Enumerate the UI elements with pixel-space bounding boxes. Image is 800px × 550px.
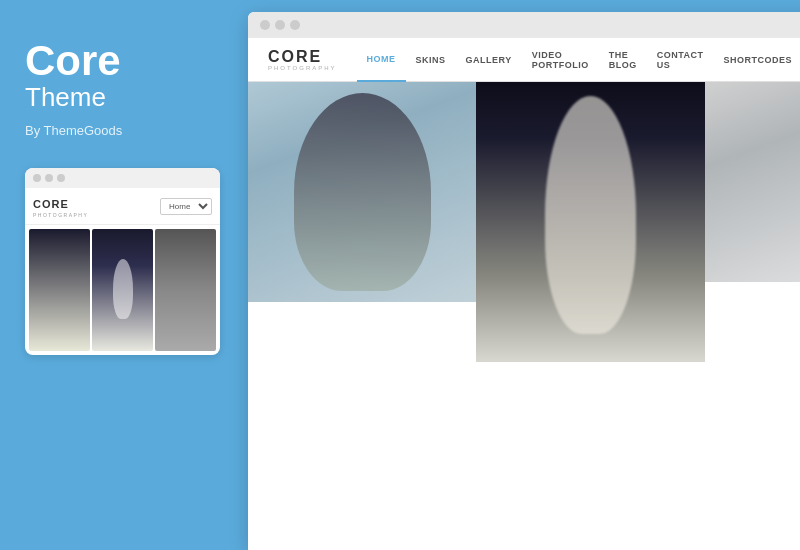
menu-item-blog[interactable]: THE BLOG <box>599 38 647 82</box>
mini-images <box>25 225 220 355</box>
browser-dot-2 <box>275 20 285 30</box>
theme-by: By ThemeGoods <box>25 123 122 138</box>
browser-titlebar <box>248 12 800 38</box>
mini-home-select[interactable]: Home <box>160 198 212 215</box>
gallery-img-center-main <box>476 82 704 362</box>
gallery-col-left <box>248 82 476 422</box>
mini-image-left <box>29 229 90 351</box>
browser-dot-1 <box>260 20 270 30</box>
mini-dot-2 <box>45 174 53 182</box>
left-panel: Core Theme By ThemeGoods CORE PHOTOGRAPH… <box>0 0 240 550</box>
theme-title-group: Core Theme By ThemeGoods <box>25 40 122 138</box>
gallery-fade-right <box>705 282 800 402</box>
gallery-fade-left <box>248 302 476 422</box>
gallery-col-right <box>705 82 800 402</box>
mini-nav-bar: CORE PHOTOGRAPHY Home <box>25 188 220 225</box>
gallery-fade-center <box>476 362 704 482</box>
mini-preview-card: CORE PHOTOGRAPHY Home <box>25 168 220 355</box>
gallery-area <box>248 82 800 550</box>
menu-item-skins[interactable]: SKINS <box>406 38 456 82</box>
mini-dot-3 <box>57 174 65 182</box>
browser-content <box>248 82 800 550</box>
gallery-img-right-top <box>705 82 800 282</box>
menu-item-contact[interactable]: CONTACT US <box>647 38 714 82</box>
menu-item-shortcodes[interactable]: SHORTCODES <box>714 38 800 82</box>
mini-image-right <box>155 229 216 351</box>
menu-item-home[interactable]: HOME <box>357 38 406 82</box>
browser-menu: HOME SKINS GALLERY VIDEO PORTFOLIO THE B… <box>357 38 800 82</box>
mini-logo: CORE PHOTOGRAPHY <box>33 194 88 218</box>
right-panel: CORE PHOTOGRAPHY HOME SKINS GALLERY VIDE… <box>240 0 800 550</box>
browser-dot-3 <box>290 20 300 30</box>
mini-titlebar <box>25 168 220 188</box>
theme-title: Core Theme <box>25 40 122 113</box>
gallery-col-center <box>476 82 704 482</box>
mini-image-center <box>92 229 153 351</box>
browser-nav: CORE PHOTOGRAPHY HOME SKINS GALLERY VIDE… <box>248 38 800 82</box>
browser-window: CORE PHOTOGRAPHY HOME SKINS GALLERY VIDE… <box>248 12 800 550</box>
menu-item-gallery[interactable]: GALLERY <box>456 38 522 82</box>
browser-logo: CORE PHOTOGRAPHY <box>268 49 337 71</box>
menu-item-video[interactable]: VIDEO PORTFOLIO <box>522 38 599 82</box>
mini-dot-1 <box>33 174 41 182</box>
gallery-img-left-top <box>248 82 476 302</box>
